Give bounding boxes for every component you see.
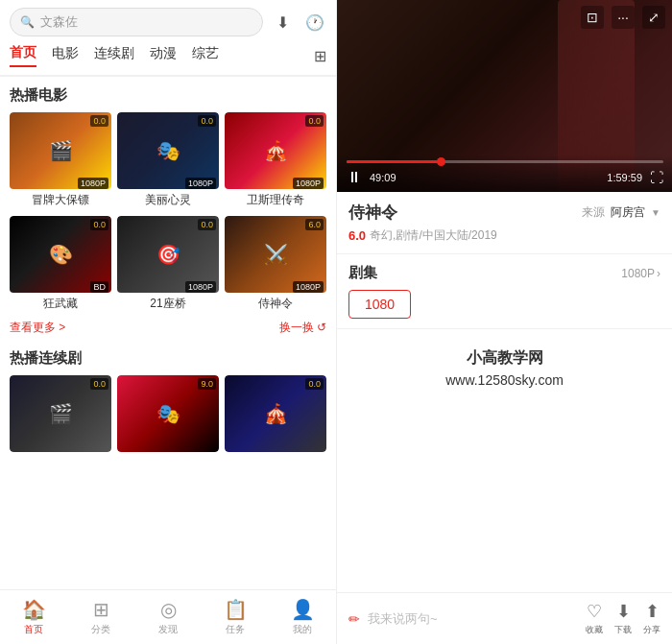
grid-view-icon[interactable]: ⊞ (314, 47, 326, 65)
bottom-nav-profile[interactable]: 👤 我的 (269, 590, 336, 644)
movie-title-4: 狂武藏 (10, 293, 111, 314)
hd-badge-4: BD (90, 281, 108, 293)
search-bar: 🔍 文森佐 ⬇ 🕐 (0, 0, 336, 44)
movie-title-3: 卫斯理传奇 (225, 189, 326, 210)
movie-card-3[interactable]: 0.0 1080P 卫斯理传奇 (225, 112, 326, 210)
nav-tabs: 首页 电影 连续剧 动漫 综艺 ⊞ (0, 44, 336, 77)
tab-anime[interactable]: 动漫 (150, 45, 177, 66)
rating-badge-5: 0.0 (198, 219, 216, 230)
hot-movies-actions: 查看更多 > 换一换 ↺ (0, 314, 336, 340)
download-action-icon: ⬇ (616, 601, 631, 622)
tab-home[interactable]: 首页 (10, 44, 36, 67)
movie-info: 侍神令 来源 阿房宫 ▼ 6.0 奇幻,剧情/中国大陆/2019 (337, 192, 672, 254)
scroll-content: 热播电影 0.0 1080P 冒牌大保镖 0.0 1080P 美丽心灵 0.0 … (0, 77, 336, 589)
episode-btn-1[interactable]: 1080 (348, 290, 411, 319)
episodes-quality-arrow: › (657, 267, 660, 280)
collect-btn[interactable]: ♡ 收藏 (586, 601, 603, 636)
bottom-nav-tasks[interactable]: 📋 任务 (202, 590, 269, 644)
series-rating-1: 0.0 (90, 378, 108, 390)
source-dropdown-icon[interactable]: ▼ (651, 207, 660, 218)
hot-movies-header: 热播电影 (0, 77, 336, 112)
hd-badge-1: 1080P (78, 178, 108, 189)
see-more-btn[interactable]: 查看更多 > (10, 320, 65, 336)
movie-info-source: 来源 阿房宫 ▼ (582, 204, 660, 221)
download-icon: ⬇ (276, 13, 289, 32)
movie-title-5: 21座桥 (117, 293, 219, 314)
movie-info-header: 侍神令 来源 阿房宫 ▼ (348, 202, 660, 224)
movie-card-6[interactable]: 6.0 1080P 侍神令 (225, 216, 326, 314)
bottom-nav-discover-label: 发现 (158, 623, 178, 636)
rating-badge-6: 6.0 (305, 219, 324, 230)
series-card-2[interactable]: 9.0 (117, 375, 219, 452)
time-total: 1:59:59 (607, 172, 642, 183)
movie-info-meta: 6.0 奇幻,剧情/中国大陆/2019 (348, 227, 660, 244)
movie-title-6: 侍神令 (225, 293, 326, 314)
video-progress-fill (347, 160, 442, 163)
movie-card-1[interactable]: 0.0 1080P 冒牌大保镖 (10, 112, 111, 210)
episodes-quality-btn[interactable]: 1080P › (621, 267, 660, 280)
left-panel: 🔍 文森佐 ⬇ 🕐 首页 电影 连续剧 动漫 综艺 ⊞ 热播电影 0.0 (0, 0, 336, 644)
comment-input[interactable]: 我来说两句~ (368, 610, 578, 628)
collect-label: 收藏 (586, 624, 603, 636)
movie-card-2[interactable]: 0.0 1080P 美丽心灵 (117, 112, 219, 210)
video-progress-bar[interactable] (347, 160, 663, 163)
series-rating-2: 9.0 (198, 378, 216, 390)
hd-badge-5: 1080P (185, 281, 216, 293)
video-screenshot-btn[interactable]: ⊡ (581, 6, 604, 29)
movie-title-2: 美丽心灵 (117, 189, 219, 210)
tab-variety[interactable]: 综艺 (192, 45, 219, 66)
time-current: 49:09 (370, 172, 396, 183)
series-card-3[interactable]: 0.0 (225, 375, 326, 452)
video-move-btn[interactable]: ⤢ (642, 6, 665, 29)
refresh-btn[interactable]: 换一换 ↺ (279, 320, 326, 336)
bottom-nav-home[interactable]: 🏠 首页 (0, 590, 67, 644)
hot-series-header: 热播连续剧 (0, 340, 336, 375)
video-progress-dot (437, 157, 445, 166)
tab-series[interactable]: 连续剧 (94, 45, 134, 66)
video-top-controls: ⊡ ··· ⤢ (581, 6, 665, 29)
fullscreen-btn[interactable]: ⛶ (650, 170, 663, 185)
rating-badge-1: 0.0 (90, 115, 108, 127)
comment-bar: ✏ 我来说两句~ ♡ 收藏 ⬇ 下载 ⬆ 分享 (337, 592, 672, 644)
movie-info-title: 侍神令 (348, 202, 397, 224)
movie-card-4[interactable]: 0.0 BD 狂武藏 (10, 216, 111, 314)
episodes-title: 剧集 (348, 264, 377, 282)
rating-badge-2: 0.0 (198, 115, 216, 127)
bottom-nav-category[interactable]: ⊞ 分类 (67, 590, 134, 644)
video-more-btn[interactable]: ··· (612, 6, 635, 29)
tasks-icon: 📋 (224, 598, 248, 621)
watermark-section: 小高教学网 www.12580sky.com (337, 329, 672, 395)
watermark-url: www.12580sky.com (348, 372, 660, 388)
discover-icon: ◎ (160, 598, 177, 621)
hd-badge-2: 1080P (185, 178, 216, 189)
right-panel: ⊡ ··· ⤢ ⏸ 49:09 1:59:59 ⛶ 侍神令 来源 阿房宫 (336, 0, 672, 644)
bottom-nav-discover[interactable]: ◎ 发现 (134, 590, 202, 644)
tab-movies[interactable]: 电影 (52, 45, 79, 66)
hot-series-grid: 0.0 9.0 0.0 (0, 375, 336, 452)
download-action-btn[interactable]: ⬇ 下载 (614, 601, 632, 636)
search-actions: ⬇ 🕐 (271, 11, 326, 34)
share-icon: ⬆ (645, 601, 660, 622)
home-icon: 🏠 (22, 598, 46, 621)
comment-actions: ♡ 收藏 ⬇ 下载 ⬆ 分享 (586, 601, 660, 636)
rating-badge-3: 0.0 (305, 115, 324, 127)
bottom-nav-profile-label: 我的 (293, 623, 312, 636)
movie-meta-text: 奇幻,剧情/中国大陆/2019 (370, 227, 497, 244)
play-pause-btn[interactable]: ⏸ (347, 169, 362, 186)
movie-title-1: 冒牌大保镖 (10, 189, 111, 210)
history-btn[interactable]: 🕐 (303, 11, 326, 34)
bottom-nav-tasks-label: 任务 (226, 623, 245, 636)
source-label: 来源 (582, 204, 605, 221)
share-btn[interactable]: ⬆ 分享 (643, 601, 660, 636)
movie-card-5[interactable]: 0.0 1080P 21座桥 (117, 216, 219, 314)
series-card-1[interactable]: 0.0 (10, 375, 111, 452)
hd-badge-3: 1080P (293, 178, 324, 189)
hd-badge-6: 1080P (293, 281, 324, 293)
download-btn[interactable]: ⬇ (271, 11, 294, 34)
bottom-nav-home-label: 首页 (24, 623, 43, 636)
share-label: 分享 (643, 624, 660, 636)
source-name[interactable]: 阿房宫 (611, 204, 645, 221)
search-input-container[interactable]: 🔍 文森佐 (10, 8, 263, 36)
collect-icon: ♡ (587, 601, 602, 622)
episodes-quality-text: 1080P (621, 267, 655, 280)
